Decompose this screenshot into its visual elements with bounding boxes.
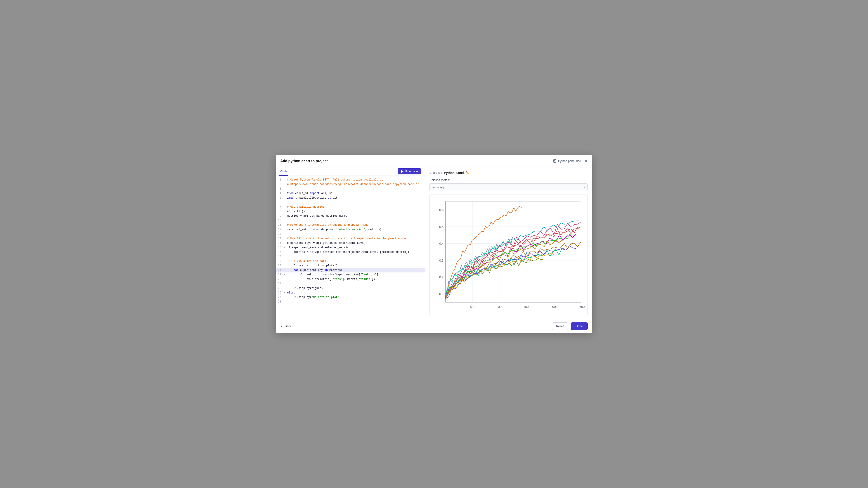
modal-overlay: Add python chart to project Python panel… <box>0 0 868 488</box>
header-right: Python panel doc × <box>553 159 588 164</box>
doc-link[interactable]: Python panel doc <box>553 159 581 163</box>
doc-link-label: Python panel doc <box>558 159 581 163</box>
svg-text:500: 500 <box>470 305 475 308</box>
chart-svg: 0.10.20.30.40.50.605001000150020002500 <box>430 195 587 315</box>
line-content: # Use API to fetch the metric data for a… <box>287 236 425 241</box>
line-content: if experiment_keys and selected_metric: <box>287 246 425 250</box>
code-line: 4from comet_ml import API, ui <box>276 191 425 196</box>
left-panel: Code Run code 1# Comet Python Panels BET… <box>276 167 425 319</box>
line-content: # Get available metrics <box>287 205 425 209</box>
code-line: 1# Comet Python Panels BETA, full docume… <box>276 177 425 182</box>
modal-dialog: Add python chart to project Python panel… <box>276 155 592 333</box>
code-line: 11# Make chart interactive by adding a d… <box>276 223 425 227</box>
line-number: 7 <box>276 205 284 209</box>
line-number: 24 <box>276 282 284 286</box>
code-editor[interactable]: 1# Comet Python Panels BETA, full docume… <box>276 176 425 319</box>
line-content: for metric in metrics[experiment_key]["m… <box>287 272 425 277</box>
svg-text:1000: 1000 <box>496 305 503 308</box>
code-line: 23 ax.plot(metric['steps'], metric['valu… <box>276 277 425 282</box>
line-content: metrics = api.get_metrics_for_chart(expe… <box>287 250 425 254</box>
line-number: 17 <box>276 250 284 254</box>
line-content: import matplotlib.pyplot as plt <box>287 196 425 200</box>
run-code-label: Run code <box>405 170 418 173</box>
metric-select[interactable]: accuracylossval_accuracyval_loss <box>430 184 588 191</box>
code-line: 24 <box>276 282 425 286</box>
run-code-button[interactable]: Run code <box>398 168 421 174</box>
metric-label: Select a metric: <box>430 178 588 182</box>
line-number: 3 <box>276 187 284 191</box>
code-line: 16▾if experiment_keys and selected_metri… <box>276 246 425 250</box>
line-number: 27 <box>276 295 284 300</box>
code-line: 14# Use API to fetch the metric data for… <box>276 236 425 241</box>
edit-title-icon[interactable]: ✏️ <box>466 171 469 174</box>
code-line: 25 ui.display(figure) <box>276 286 425 291</box>
line-fold[interactable]: ▾ <box>284 246 287 250</box>
close-button[interactable]: × <box>584 159 588 164</box>
back-button[interactable]: Back <box>280 324 291 328</box>
svg-text:1500: 1500 <box>523 305 530 308</box>
line-number: 18 <box>276 254 284 259</box>
line-content: from comet_ml import API, ui <box>287 191 425 196</box>
line-content: figure, ax = plt.subplots() <box>287 263 425 268</box>
code-line: 5import matplotlib.pyplot as plt <box>276 196 425 200</box>
code-line: 21▾ for experiment_key in metrics: <box>276 268 425 272</box>
code-line: 27 ui.display("No data to plot") <box>276 295 425 300</box>
code-line: 19 # Visualize the data <box>276 259 425 263</box>
line-fold[interactable]: ▾ <box>284 268 287 272</box>
line-number: 21 <box>276 268 284 272</box>
line-number: 9 <box>276 214 284 218</box>
line-number: 13 <box>276 232 284 236</box>
line-number: 19 <box>276 259 284 263</box>
line-content: selected_metric = ui.dropdown('Select a … <box>287 227 425 232</box>
line-number: 14 <box>276 236 284 241</box>
line-number: 6 <box>276 200 284 205</box>
svg-text:0: 0 <box>445 305 446 308</box>
line-content: # Comet Python Panels BETA, full documen… <box>287 177 425 182</box>
modal-body: Code Run code 1# Comet Python Panels BET… <box>276 167 592 319</box>
line-number: 15 <box>276 241 284 246</box>
modal-title: Add python chart to project <box>280 159 328 163</box>
doc-icon <box>553 159 557 163</box>
back-arrow-icon <box>280 325 283 328</box>
reset-button[interactable]: Reset <box>552 322 568 330</box>
line-content: ui.display("No data to plot") <box>287 295 425 300</box>
footer-right: Reset Done <box>552 322 588 330</box>
line-content: # https://www.comet.com/docs/v2/guides/c… <box>287 182 425 187</box>
line-content: experiment_keys = api.get_panel_experime… <box>287 241 425 246</box>
line-number: 16 <box>276 246 284 250</box>
svg-text:0.6: 0.6 <box>439 208 444 212</box>
line-content: ui.display(figure) <box>287 286 425 291</box>
code-line: 3 <box>276 187 425 191</box>
svg-rect-5 <box>445 201 581 302</box>
code-line: 9metrics = api.get_panel_metrics_names() <box>276 214 425 218</box>
run-icon <box>401 170 404 173</box>
line-content: for experiment_key in metrics: <box>287 268 425 272</box>
line-number: 12 <box>276 227 284 232</box>
svg-text:0.2: 0.2 <box>439 275 444 279</box>
line-number: 22 <box>276 272 284 277</box>
line-content: ax.plot(metric['steps'], metric['values'… <box>287 277 425 282</box>
line-number: 8 <box>276 209 284 214</box>
svg-text:0.3: 0.3 <box>439 258 444 262</box>
svg-text:0.4: 0.4 <box>439 242 444 246</box>
back-label: Back <box>285 324 291 328</box>
line-content: # Make chart interactive by adding a dro… <box>287 223 425 227</box>
line-content: metrics = api.get_panel_metrics_names() <box>287 214 425 218</box>
code-line: 18 <box>276 254 425 259</box>
code-line: 13 <box>276 232 425 236</box>
svg-text:0.1: 0.1 <box>439 292 444 296</box>
done-button[interactable]: Done <box>571 322 588 330</box>
line-fold[interactable]: ▾ <box>284 291 287 295</box>
metric-select-wrapper: accuracylossval_accuracyval_loss ▾ <box>430 184 588 191</box>
tab-code[interactable]: Code <box>279 167 288 176</box>
tabs-bar: Code Run code <box>276 167 425 176</box>
line-number: 25 <box>276 286 284 291</box>
line-number: 2 <box>276 182 284 187</box>
line-fold[interactable]: ▾ <box>284 272 287 277</box>
code-line: 12selected_metric = ui.dropdown('Select … <box>276 227 425 232</box>
svg-marker-4 <box>401 170 403 173</box>
line-number: 26 <box>276 291 284 295</box>
code-line: 15experiment_keys = api.get_panel_experi… <box>276 241 425 246</box>
line-number: 28 <box>276 300 284 304</box>
line-number: 11 <box>276 223 284 227</box>
